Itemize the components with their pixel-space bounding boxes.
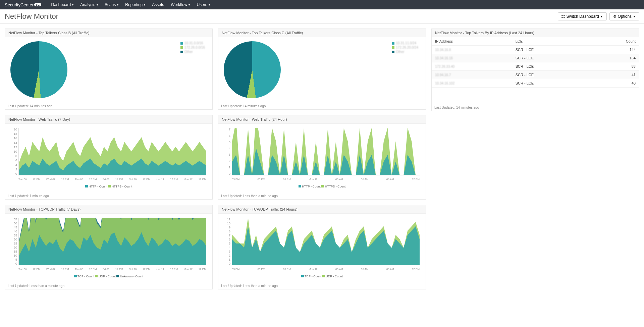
options-button[interactable]: Options ▼ (609, 12, 639, 20)
panel-footer: Last Updated: Less than a minute ago (5, 283, 212, 289)
legend-item: Other (180, 50, 205, 54)
panel-top-talkers-class-c: NetFlow Monitor - Top Talkers Class C (A… (218, 29, 426, 110)
table-header[interactable]: IP Address (432, 37, 512, 46)
table-header[interactable]: Count (588, 37, 639, 46)
chart-legend: HTTP - Count HTTPS - Count (221, 183, 423, 190)
panel-tcpudp-7day: NetFlow Monitor - TCP/UDP Traffic (7 Day… (5, 205, 213, 289)
area-chart[interactable]: 20181614121086420Tue 0612 PMWed 0712 PMT… (8, 126, 210, 183)
panel-title: NetFlow Monitor - Web Traffic (24 Hour) (218, 115, 426, 124)
page-title: NetFlow Monitor (5, 12, 58, 21)
y-axis: 5550454035302520151050 (9, 218, 17, 265)
caret-icon: ▼ (600, 15, 603, 18)
legend-item: Other (392, 50, 418, 54)
panel-web-traffic-24hour: NetFlow Monitor - Web Traffic (24 Hour) … (218, 115, 426, 200)
caret-icon: ▼ (633, 15, 636, 18)
gear-icon (613, 14, 616, 19)
legend-item: Unknown - Count (116, 275, 143, 278)
y-axis: 11109876543210 (222, 218, 230, 265)
legend-item: UDP - Count (322, 275, 343, 278)
panel-footer: Last Updated: Less than a minute ago (218, 283, 426, 289)
caret-icon: ▾ (209, 3, 210, 6)
panel-title: NetFlow Monitor - Top Talkers Class B (A… (5, 29, 212, 37)
panel-footer: Last Updated: Less than a minute ago (218, 193, 426, 199)
table-row[interactable]: 172.26.33.40SCR - LCE88 (432, 62, 639, 71)
x-axis: 03 PM06 PM09 PMMon 1203 AM06 AM09 AM12 P… (232, 178, 420, 181)
table-row[interactable]: 10.34.16.8SCR - LCE144 (432, 46, 639, 54)
pie-legend: 10.31.11.0/24172.26.20.0/24Other (387, 40, 423, 100)
legend-item: HTTPS - Count (108, 185, 132, 188)
page-header: NetFlow Monitor Switch Dashboard ▼ Optio… (0, 9, 644, 24)
area-chart[interactable]: 7654321003 PM06 PM09 PMMon 1203 AM06 AM0… (221, 126, 423, 183)
top-navbar: SecurityCenterSC Dashboard▾Analysis▾Scan… (0, 0, 644, 9)
top-talkers-table: IP AddressLCECount 10.34.16.8SCR - LCE14… (432, 37, 639, 88)
panel-title: NetFlow Monitor - TCP/UDP Traffic (24 Ho… (218, 205, 426, 214)
caret-icon: ▾ (72, 3, 73, 6)
legend-item: 10.31.0.0/16 (180, 41, 205, 45)
panel-top-talkers-class-b: NetFlow Monitor - Top Talkers Class B (A… (5, 29, 213, 110)
y-axis: 20181614121086420 (9, 128, 17, 175)
brand[interactable]: SecurityCenterSC (5, 2, 41, 7)
dashboard-grid: NetFlow Monitor - Top Talkers Class B (A… (0, 24, 644, 294)
table-row[interactable]: 10.34.16.16SCR - LCE134 (432, 54, 639, 62)
legend-item: UDP - Count (95, 275, 116, 278)
plot-area (18, 218, 206, 265)
area-chart[interactable]: 1110987654321003 PM06 PM09 PMMon 1203 AM… (221, 216, 423, 273)
x-axis: Tue 0612 PMWed 0712 PMThu 0812 PMFri 091… (18, 178, 206, 181)
grid-icon (561, 15, 565, 18)
nav-assets[interactable]: Assets (152, 2, 164, 7)
legend-item: HTTP - Count (85, 185, 108, 188)
header-actions: Switch Dashboard ▼ Options ▼ (558, 12, 639, 20)
caret-icon: ▾ (189, 3, 190, 6)
pie-chart[interactable] (224, 41, 281, 98)
legend-item: HTTP - Count (299, 185, 321, 188)
table-row[interactable]: 10.34.16.102SCR - LCE40 (432, 79, 639, 88)
nav-users[interactable]: Users▾ (197, 2, 210, 7)
plot-area (18, 128, 206, 175)
y-axis: 76543210 (222, 128, 230, 175)
legend-item: 10.31.11.0/24 (392, 41, 418, 45)
panel-title: NetFlow Monitor - Top Talkers Class C (A… (218, 29, 426, 37)
panel-tcpudp-24hour: NetFlow Monitor - TCP/UDP Traffic (24 Ho… (218, 205, 426, 289)
legend-item: TCP - Count (301, 275, 322, 278)
panel-title: NetFlow Monitor - Web Traffic (7 Day) (5, 115, 212, 124)
legend-item: HTTPS - Count (321, 185, 345, 188)
panel-footer: Last Updated: 14 minutes ago (432, 104, 639, 111)
nav-workflow[interactable]: Workflow▾ (171, 2, 190, 7)
table-row[interactable]: 10.94.16.7SCR - LCE41 (432, 71, 639, 79)
panel-footer: Last Updated: 14 minutes ago (218, 103, 426, 109)
nav-dashboard[interactable]: Dashboard▾ (51, 2, 74, 7)
caret-icon: ▾ (144, 3, 145, 6)
panel-title: NetFlow Monitor - TCP/UDP Traffic (7 Day… (5, 205, 212, 214)
table-header[interactable]: LCE (512, 37, 588, 46)
panel-web-traffic-7day: NetFlow Monitor - Web Traffic (7 Day) 20… (5, 115, 213, 200)
x-axis: 03 PM06 PM09 PMMon 1203 AM06 AM09 AM12 P… (232, 268, 420, 271)
pie-chart[interactable] (10, 41, 67, 98)
pie-legend: 10.31.0.0/16172.26.0.0/16Other (176, 40, 210, 100)
legend-item: 172.26.0.0/16 (180, 46, 205, 49)
caret-icon: ▾ (97, 3, 98, 6)
panel-top-talkers-ip: NetFlow Monitor - Top Talkers By IP Addr… (431, 29, 639, 111)
switch-dashboard-button[interactable]: Switch Dashboard ▼ (558, 12, 606, 20)
caret-icon: ▾ (117, 3, 118, 6)
panel-footer: Last Updated: 14 minutes ago (5, 103, 212, 109)
nav-links: Dashboard▾Analysis▾Scans▾Reporting▾Asset… (51, 2, 210, 7)
brand-badge: SC (34, 3, 41, 6)
area-chart[interactable]: 5550454035302520151050Tue 0612 PMWed 071… (8, 216, 210, 273)
nav-scans[interactable]: Scans▾ (105, 2, 118, 7)
chart-legend: HTTP - Count HTTPS - Count (8, 183, 210, 190)
chart-legend: TCP - Count UDP - Count Unknown - Count (8, 273, 210, 280)
legend-item: 172.26.20.0/24 (392, 46, 418, 49)
plot-area (232, 128, 420, 175)
plot-area (232, 218, 420, 265)
chart-legend: TCP - Count UDP - Count (221, 273, 423, 280)
x-axis: Tue 0612 PMWed 0712 PMThu 0812 PMFri 091… (18, 268, 206, 271)
nav-analysis[interactable]: Analysis▾ (80, 2, 98, 7)
legend-item: TCP - Count (74, 275, 95, 278)
panel-footer: Last Updated: 1 minute ago (5, 193, 212, 199)
panel-title: NetFlow Monitor - Top Talkers By IP Addr… (432, 29, 639, 37)
nav-reporting[interactable]: Reporting▾ (125, 2, 145, 7)
